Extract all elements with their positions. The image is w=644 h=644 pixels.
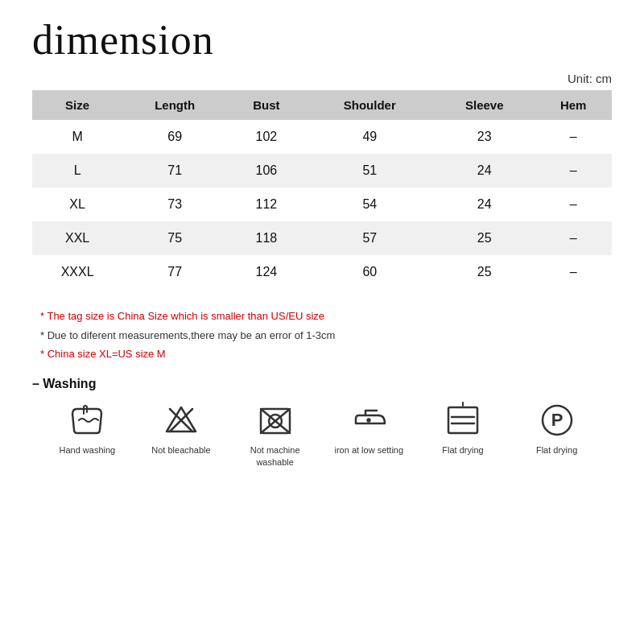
table-cell: 25: [434, 221, 535, 255]
no-machine-wash-icon: [256, 401, 295, 440]
table-cell: –: [535, 221, 612, 255]
table-cell: 71: [122, 154, 227, 188]
table-cell: 25: [434, 255, 535, 289]
note-line: * The tag size is China Size which is sm…: [40, 308, 612, 324]
note-line: * China size XL=US size M: [40, 346, 612, 362]
washing-icon-label: Flat drying: [442, 444, 483, 456]
table-cell: 102: [227, 120, 305, 154]
flat-dry-icon: [444, 401, 482, 440]
table-cell: 51: [305, 154, 434, 188]
washing-icon-label: iron at low setting: [334, 444, 403, 456]
table-row: XXL751185725–: [32, 221, 612, 255]
table-cell: 49: [305, 120, 434, 154]
table-cell: 77: [122, 255, 227, 289]
table-row: XL731125424–: [32, 188, 612, 221]
table-cell: M: [32, 120, 122, 154]
washing-icon-label: Not machine washable: [235, 444, 316, 469]
washing-icon-item: iron at low setting: [328, 401, 409, 456]
table-row: L711065124–: [32, 154, 612, 188]
note-line: * Due to diferent measurements,there may…: [40, 328, 612, 344]
table-cell: 69: [122, 120, 227, 154]
table-cell: 54: [305, 188, 434, 221]
table-row: XXXL771246025–: [32, 255, 612, 289]
table-cell: 73: [122, 188, 227, 221]
iron-low-icon: [349, 401, 388, 440]
table-header: Hem: [535, 90, 612, 120]
svg-text:P: P: [551, 410, 563, 430]
table-cell: –: [535, 120, 612, 154]
washing-icon-label: Flat drying: [536, 444, 577, 456]
washing-icon-label: Hand washing: [59, 444, 115, 456]
table-cell: 24: [434, 188, 535, 221]
table-cell: 60: [305, 255, 434, 289]
table-cell: XL: [32, 188, 122, 221]
table-cell: 75: [122, 221, 227, 255]
table-cell: L: [32, 154, 122, 188]
washing-icon-item: Not bleachable: [141, 401, 221, 456]
table-cell: 24: [434, 154, 535, 188]
washing-icon-label: Not bleachable: [151, 444, 210, 456]
unit-label: Unit: cm: [32, 72, 612, 85]
table-cell: 124: [227, 255, 305, 289]
table-header: Size: [32, 90, 122, 120]
table-header: Length: [122, 90, 227, 120]
table-cell: –: [535, 154, 612, 188]
table-cell: XXXL: [32, 255, 122, 289]
washing-label: – Washing: [32, 377, 612, 391]
hand-wash-icon: [68, 401, 106, 440]
table-cell: 106: [227, 154, 305, 188]
notes-section: * The tag size is China Size which is sm…: [32, 308, 612, 362]
washing-icons: Hand washingNot bleachableNot machine wa…: [32, 401, 612, 469]
page: dimension Unit: cm SizeLengthBustShoulde…: [0, 0, 644, 644]
table-cell: XXL: [32, 221, 122, 255]
table-cell: 23: [434, 120, 535, 154]
flat-dry-p-icon: P: [538, 401, 576, 440]
table-header: Sleeve: [434, 90, 535, 120]
table-cell: –: [535, 255, 612, 289]
table-cell: 112: [227, 188, 305, 221]
table-cell: 118: [227, 221, 305, 255]
svg-rect-8: [448, 407, 477, 433]
dimension-table: SizeLengthBustShoulderSleeveHem M6910249…: [32, 90, 612, 289]
washing-icon-item: Hand washing: [47, 401, 127, 456]
page-title: dimension: [32, 16, 612, 64]
table-header: Shoulder: [305, 90, 434, 120]
table-cell: –: [535, 188, 612, 221]
washing-icon-item: PFlat drying: [517, 401, 597, 456]
washing-icon-item: Not machine washable: [235, 401, 316, 469]
washing-icon-item: Flat drying: [423, 401, 503, 456]
table-row: M691024923–: [32, 120, 612, 154]
no-bleach-icon: [162, 401, 200, 440]
table-header: Bust: [227, 90, 305, 120]
svg-point-7: [368, 419, 370, 421]
table-cell: 57: [305, 221, 434, 255]
